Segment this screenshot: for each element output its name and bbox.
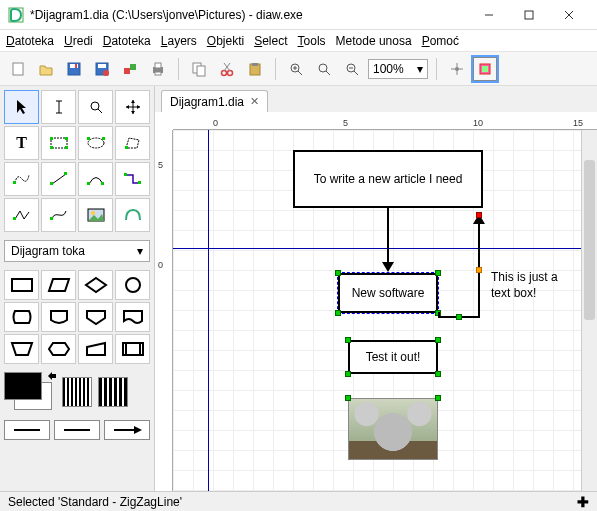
guide-horizontal[interactable] — [173, 248, 581, 249]
polyline-tool[interactable] — [4, 198, 39, 232]
paste-button[interactable] — [243, 57, 267, 81]
magnify-tool[interactable] — [78, 90, 113, 124]
menu-metode-unosa[interactable]: Metode unosa — [336, 34, 412, 48]
outline-tool[interactable] — [115, 198, 150, 232]
flow-box-3[interactable]: Test it out! — [348, 340, 438, 374]
resize-handle[interactable] — [435, 337, 441, 343]
menu-select[interactable]: Select — [254, 34, 287, 48]
zoom-in-button[interactable] — [284, 57, 308, 81]
line-dash-style[interactable] — [54, 420, 100, 440]
menu-datoteka-2[interactable]: Datoteka — [103, 34, 151, 48]
arrow-connector[interactable] — [387, 208, 389, 264]
open-file-button[interactable] — [34, 57, 58, 81]
snap-grid-button[interactable] — [445, 57, 469, 81]
waypoint-handle[interactable] — [476, 267, 482, 273]
chevron-down-icon: ▾ — [417, 62, 423, 76]
pointer-tool[interactable] — [4, 90, 39, 124]
shape-process[interactable] — [4, 270, 39, 300]
shape-manual-op[interactable] — [4, 334, 39, 364]
cut-button[interactable] — [215, 57, 239, 81]
line-pattern-2[interactable] — [98, 377, 128, 407]
svg-point-19 — [222, 70, 227, 75]
image-tool[interactable] — [78, 198, 113, 232]
flow-box-2[interactable]: New software — [338, 273, 438, 313]
line-tool[interactable] — [41, 162, 76, 196]
fg-bg-swatch[interactable] — [4, 372, 56, 412]
close-button[interactable] — [549, 1, 589, 29]
vertical-scrollbar[interactable] — [581, 130, 597, 491]
sheet-selector[interactable]: Dijagram toka ▾ — [4, 240, 150, 262]
shape-preparation[interactable] — [41, 334, 76, 364]
shape-transaction[interactable] — [41, 302, 76, 332]
new-file-button[interactable] — [6, 57, 30, 81]
document-tab-bar: Dijagram1.dia ✕ — [155, 86, 597, 112]
menu-pomoc[interactable]: Pomoć — [422, 34, 459, 48]
shape-decision[interactable] — [78, 270, 113, 300]
embedded-image[interactable] — [348, 398, 438, 460]
horizontal-ruler[interactable]: 0 5 10 15 — [173, 112, 597, 130]
svg-rect-52 — [87, 137, 90, 140]
zoom-combo[interactable]: 100%▾ — [368, 59, 428, 79]
vertical-ruler[interactable]: 5 0 — [155, 130, 173, 491]
document-tab[interactable]: Dijagram1.dia ✕ — [161, 90, 268, 112]
resize-handle[interactable] — [435, 395, 441, 401]
add-tab-button[interactable]: ✚ — [577, 494, 589, 510]
close-tab-icon[interactable]: ✕ — [250, 95, 259, 108]
zigzag-tool[interactable] — [115, 162, 150, 196]
print-button[interactable] — [146, 57, 170, 81]
resize-handle[interactable] — [345, 337, 351, 343]
svg-rect-62 — [138, 181, 141, 184]
resize-handle[interactable] — [435, 371, 441, 377]
svg-rect-10 — [98, 64, 106, 68]
polygon-tool[interactable] — [115, 126, 150, 160]
text-content: This is just a text box! — [491, 270, 558, 300]
box-tool[interactable] — [41, 126, 76, 160]
zoom-out-button[interactable] — [340, 57, 364, 81]
flow-box-text: To write a new article I need — [314, 172, 463, 186]
save-button[interactable] — [62, 57, 86, 81]
minimize-button[interactable] — [469, 1, 509, 29]
bezier-tool[interactable] — [41, 198, 76, 232]
menu-objekti[interactable]: Objekti — [207, 34, 244, 48]
resize-handle[interactable] — [335, 270, 341, 276]
copy-button[interactable] — [187, 57, 211, 81]
export-button[interactable] — [118, 57, 142, 81]
shape-manual-input[interactable] — [78, 334, 113, 364]
start-arrow-style[interactable] — [4, 420, 50, 440]
snap-object-button[interactable] — [473, 57, 497, 81]
resize-handle[interactable] — [345, 395, 351, 401]
diagram-canvas[interactable]: To write a new article I need New softwa… — [173, 130, 581, 491]
shape-display[interactable] — [4, 302, 39, 332]
ellipse-tool[interactable] — [78, 126, 113, 160]
connection-handle[interactable] — [476, 212, 482, 218]
resize-handle[interactable] — [335, 310, 341, 316]
maximize-button[interactable] — [509, 1, 549, 29]
flow-box-1[interactable]: To write a new article I need — [293, 150, 483, 208]
shape-connector[interactable] — [115, 270, 150, 300]
shape-offpage[interactable] — [78, 302, 113, 332]
arc-tool[interactable] — [78, 162, 113, 196]
ruler-tick: 15 — [573, 118, 583, 128]
menu-datoteka[interactable]: Datoteka — [6, 34, 54, 48]
waypoint-handle[interactable] — [456, 314, 462, 320]
shape-document[interactable] — [115, 302, 150, 332]
shape-predefined[interactable] — [115, 334, 150, 364]
end-arrow-style[interactable] — [104, 420, 150, 440]
save-as-button[interactable] — [90, 57, 114, 81]
text-annotation[interactable]: This is just a text box! — [491, 270, 571, 301]
text-tool[interactable]: T — [4, 126, 39, 160]
text-edit-tool[interactable] — [41, 90, 76, 124]
resize-handle[interactable] — [345, 371, 351, 377]
resize-handle[interactable] — [435, 270, 441, 276]
zoom-button[interactable] — [312, 57, 336, 81]
line-pattern-1[interactable] — [62, 377, 92, 407]
beziergon-tool[interactable] — [4, 162, 39, 196]
scrollbar-thumb[interactable] — [584, 160, 595, 320]
shape-palette — [0, 266, 154, 368]
guide-vertical[interactable] — [208, 130, 209, 491]
menu-uredi[interactable]: Uredi — [64, 34, 93, 48]
shape-io[interactable] — [41, 270, 76, 300]
menu-tools[interactable]: Tools — [298, 34, 326, 48]
menu-layers[interactable]: Layers — [161, 34, 197, 48]
scroll-tool[interactable] — [115, 90, 150, 124]
